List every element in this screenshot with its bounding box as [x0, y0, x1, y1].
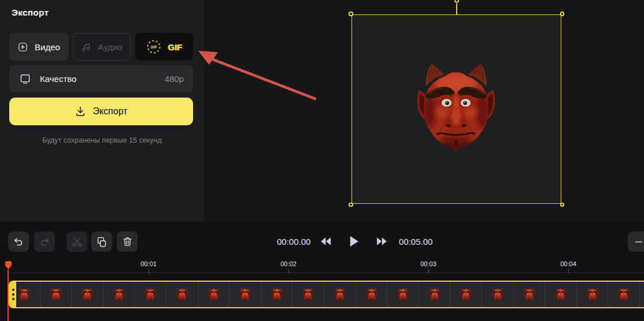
svg-text:GIF: GIF — [150, 45, 157, 49]
